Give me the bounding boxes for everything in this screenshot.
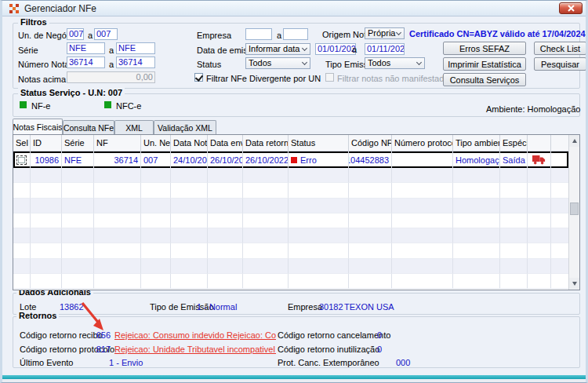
origem-nota-select[interactable]: Própria [365, 27, 405, 39]
col-header-nf[interactable]: NF [94, 135, 141, 151]
serie-label: Série [18, 46, 38, 55]
ultimo-evento-label: Último Evento [20, 358, 73, 367]
empty-cell [349, 274, 392, 289]
data-emissao-to-input[interactable]: 01/11/2023 [365, 43, 405, 55]
empty-cell [13, 183, 31, 198]
col-header-id[interactable]: ID [31, 135, 62, 151]
empty-cell [500, 183, 528, 198]
empresa-from-input[interactable] [245, 28, 272, 40]
chevron-down-icon [302, 46, 307, 51]
data-emissao-select[interactable]: Informar data [245, 43, 310, 55]
empty-cell [31, 183, 62, 198]
col-header-data-retorno[interactable]: Data retorno [243, 135, 289, 151]
empty-cell [551, 228, 568, 243]
empty-cell [208, 243, 243, 258]
cell-truck [528, 151, 551, 168]
scroll-down-button[interactable] [569, 278, 579, 290]
col-header-serie[interactable]: Série [62, 135, 94, 151]
empty-cell [243, 259, 289, 274]
empty-cell [392, 243, 453, 258]
empty-cell [528, 259, 551, 274]
scrollbar-thumb[interactable] [570, 202, 579, 215]
empty-cell [62, 213, 94, 228]
table-row-selected[interactable]: 10986 NFE 36714 007 24/10/2022 26/10/202… [13, 151, 568, 168]
retorno-inutilizacao-value: 0 [377, 345, 382, 354]
consulta-servicos-button[interactable]: Consulta Serviços [443, 73, 526, 86]
empty-cell [62, 168, 94, 183]
table-empty-row [13, 199, 568, 213]
col-header-tipo-ambiente[interactable]: Tipo ambiente [453, 135, 500, 151]
filtrar-divergente-checkbox[interactable] [194, 73, 203, 82]
filtrar-manifestadas-label: Filtrar notas não manifestadas [337, 74, 453, 83]
empty-cell [528, 168, 551, 183]
tab-xml[interactable]: XML [114, 120, 154, 134]
empty-cell [94, 213, 141, 228]
empty-cell [392, 213, 453, 228]
empty-cell [31, 199, 62, 213]
col-header-data-envio[interactable]: Data envio [208, 135, 243, 151]
empty-cell [289, 199, 349, 213]
empty-cell [551, 183, 568, 198]
status-select[interactable]: Todos [245, 57, 310, 69]
empty-rows-area [13, 168, 579, 289]
col-header-status[interactable]: Status [289, 135, 349, 151]
empty-cell [289, 213, 349, 228]
numero-nota-from-input[interactable]: 36714 [67, 57, 105, 68]
empty-cell [13, 274, 31, 289]
check-list-button[interactable]: Check List [534, 42, 586, 55]
truck-icon [532, 155, 546, 165]
erros-sefaz-button[interactable]: Erros SEFAZ [443, 42, 526, 55]
scroll-up-button[interactable] [569, 135, 579, 147]
retorno-protocolo-mensagem-link[interactable]: Rejeicao: Unidade Tributavel incompative… [114, 345, 276, 354]
close-button[interactable] [559, 2, 583, 14]
un-negocio-to-input[interactable]: 007 [94, 28, 118, 40]
empresa-to-input[interactable] [283, 28, 308, 40]
col-header-codigo-nfe[interactable]: Código NFe [349, 135, 392, 151]
empty-cell [13, 199, 31, 213]
status-filter-label: Status [197, 60, 221, 69]
empty-cell [349, 228, 392, 243]
row-checkbox[interactable] [16, 155, 27, 165]
table-empty-row [13, 274, 568, 289]
col-header-numero-protocolo[interactable]: Número protocolo [392, 135, 453, 151]
empty-cell [171, 213, 208, 228]
col-header-blank-1[interactable] [528, 135, 551, 151]
empty-cell [208, 213, 243, 228]
empty-cell [243, 183, 289, 198]
un-negocio-from-input[interactable]: 007 [67, 28, 84, 40]
tab-notas-fiscais[interactable]: Notas Fiscais [13, 119, 63, 134]
empty-cell [551, 199, 568, 213]
col-header-blank-2[interactable] [551, 135, 568, 151]
empty-cell [31, 213, 62, 228]
col-header-especie[interactable]: Espécie [500, 135, 528, 151]
empty-cell [94, 199, 141, 213]
data-emissao-from-input[interactable]: 01/01/2023 [315, 43, 356, 55]
empty-cell [13, 213, 31, 228]
empty-cell [243, 213, 289, 228]
empty-cell [13, 228, 31, 243]
tab-validacao-xml[interactable]: Validação XML [154, 120, 216, 134]
tipo-emissao-select[interactable]: Todos [365, 57, 425, 69]
cell-numero-protocolo [392, 151, 453, 168]
empty-cell [62, 259, 94, 274]
col-header-sel[interactable]: Sel [13, 135, 31, 151]
col-header-data-nota[interactable]: Data Nota [171, 135, 208, 151]
range-sep: a [109, 60, 114, 69]
empty-cell [31, 168, 62, 183]
imprimir-estatistica-button[interactable]: Imprimir Estatística [443, 57, 526, 71]
vertical-scrollbar[interactable] [568, 135, 579, 290]
range-sep: a [277, 31, 281, 40]
retorno-recibo-mensagem-link[interactable]: Rejeicao: Consumo indevido Rejeicao: Con… [114, 330, 276, 340]
empty-cell [392, 228, 453, 243]
tab-consulta-nfe[interactable]: Consulta NFe [63, 120, 114, 134]
serie-from-input[interactable]: NFE [67, 42, 105, 54]
pesquisar-button[interactable]: Pesquisar [534, 57, 586, 71]
col-header-un-neg[interactable]: Un. Neg. [141, 135, 171, 151]
numero-nota-to-input[interactable]: 36714 [116, 57, 155, 68]
empty-cell [289, 274, 349, 289]
empty-cell [13, 259, 31, 274]
empty-cell [94, 259, 141, 274]
empty-cell [243, 168, 289, 183]
empresa-nome-value: TEXON USA [344, 302, 394, 312]
serie-to-input[interactable]: NFE [116, 42, 155, 54]
